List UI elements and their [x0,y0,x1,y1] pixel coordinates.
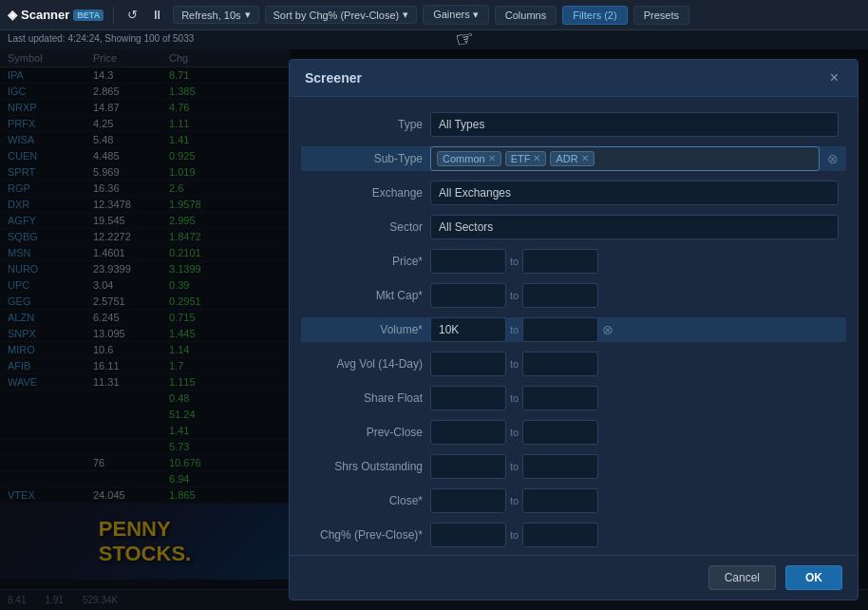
prevclose-to-input[interactable] [522,420,598,445]
close-to-sep: to [510,495,519,506]
chevron-down-icon2: ▾ [403,9,408,21]
sector-row: Sector [309,215,839,239]
chgpct-label: Chg% (Prev-Close)* [309,528,423,542]
beta-badge: BETA [73,10,104,21]
price-to-input[interactable] [522,249,598,274]
info-icon-btn[interactable]: ⏸ [147,6,167,24]
close-row: Close* to [309,488,839,513]
filters-button[interactable]: Filters (2) [562,6,627,25]
subtype-label: Sub-Type [309,152,423,165]
app-logo: ◈ Scanner BETA [8,8,104,22]
tag-common-label: Common [443,153,485,164]
refresh-label: Refresh, 10s [181,10,240,21]
exchange-row: Exchange [309,181,839,205]
type-row: Type [309,112,839,137]
mktcap-from-input[interactable] [430,283,506,308]
volume-to-sep: to [510,324,519,335]
app-title: Scanner [21,8,69,22]
sharefloat-label: Share Float [309,391,423,405]
prevclose-label: Prev-Close [309,426,423,439]
sector-input[interactable] [430,215,839,239]
type-input[interactable] [430,112,839,137]
avgvol-from-input[interactable] [430,352,506,376]
avgvol-range: to [430,352,598,376]
shrsoutstanding-to-sep: to [510,461,519,472]
close-from-input[interactable] [430,488,506,513]
chgpct-to-sep: to [510,529,519,541]
columns-button[interactable]: Columns [495,6,557,25]
prevclose-from-input[interactable] [430,420,506,445]
volume-row: Volume* to ⊗ [301,317,846,342]
close-range: to [430,488,598,513]
sharefloat-row: Share Float to [309,386,839,410]
chgpct-row: Chg% (Prev-Close)* to [309,523,839,547]
tag-common-close[interactable]: ✕ [488,154,496,163]
shrsoutstanding-label: Shrs Outstanding [309,460,423,473]
ok-button[interactable]: OK [785,565,842,590]
refresh-icon-btn[interactable]: ↺ [123,6,142,24]
sort-label: Sort by Chg% (Prev-Close) [274,10,400,21]
presets-button[interactable]: Presets [633,6,689,25]
topbar: ◈ Scanner BETA ↺ ⏸ Refresh, 10s ▾ Sort b… [0,0,868,30]
chgpct-range: to [430,523,598,547]
tag-adr[interactable]: ADR ✕ [550,151,594,166]
tag-etf-label: ETF [511,153,531,164]
sharefloat-from-input[interactable] [430,386,506,410]
type-label: Type [309,118,423,131]
chgpct-from-input[interactable] [430,523,506,547]
status-bar: Last updated: 4:24:24, Showing 100 of 50… [0,30,868,49]
subtype-tags-container[interactable]: Common ✕ ETF ✕ ADR ✕ [430,146,820,171]
sharefloat-to-input[interactable] [522,386,598,410]
volume-label: Volume* [309,323,423,336]
mktcap-range: to [430,283,598,308]
volume-clear-button[interactable]: ⊗ [602,322,613,337]
price-label: Price* [309,255,423,268]
cancel-button[interactable]: Cancel [708,565,776,590]
modal-title: Screener [305,70,362,86]
status-text: Last updated: 4:24:24, Showing 100 of 50… [8,33,194,44]
avgvol-to-sep: to [510,358,519,370]
gainers-button[interactable]: Gainers ▾ [423,5,489,25]
mktcap-row: Mkt Cap* to [309,283,839,308]
volume-from-input[interactable] [430,317,506,342]
screener-modal: Screener × Type Sub-Type Common ✕ ETF [289,59,859,600]
sharefloat-to-sep: to [510,392,519,404]
modal-footer: Cancel OK [290,555,858,600]
mktcap-label: Mkt Cap* [309,289,423,302]
scanner-icon: ◈ [8,8,17,22]
chgpct-to-input[interactable] [522,523,598,547]
prevclose-range: to [430,420,598,445]
tag-etf[interactable]: ETF ✕ [505,151,547,166]
sector-label: Sector [309,220,423,234]
prevclose-to-sep: to [510,427,519,438]
close-label: Close* [309,494,423,507]
exchange-input[interactable] [430,181,839,205]
shrsoutstanding-to-input[interactable] [522,454,598,479]
price-from-input[interactable] [430,249,506,274]
mktcap-to-input[interactable] [522,283,598,308]
mktcap-to-sep: to [510,290,519,301]
refresh-button[interactable]: Refresh, 10s ▾ [173,6,258,24]
tag-common[interactable]: Common ✕ [437,151,501,166]
price-range: to [430,249,598,274]
modal-body: Type Sub-Type Common ✕ ETF ✕ ADR [290,97,858,555]
avgvol-row: Avg Vol (14-Day) to [309,352,839,376]
shrsoutstanding-from-input[interactable] [430,454,506,479]
subtype-clear-button[interactable]: ⊗ [827,151,839,166]
exchange-label: Exchange [309,186,423,200]
sort-button[interactable]: Sort by Chg% (Prev-Close) ▾ [265,6,418,24]
close-to-input[interactable] [522,488,598,513]
chevron-down-icon: ▾ [245,9,251,21]
tag-adr-label: ADR [556,153,577,164]
volume-to-input[interactable] [522,317,598,342]
tag-etf-close[interactable]: ✕ [533,154,540,163]
shrsoutstanding-range: to [430,454,598,479]
prevclose-row: Prev-Close to [309,420,839,445]
shrsoutstanding-row: Shrs Outstanding to [309,454,839,479]
sharefloat-range: to [430,386,598,410]
price-to-sep: to [510,256,519,267]
tag-adr-close[interactable]: ✕ [581,154,589,163]
modal-close-button[interactable]: × [826,69,842,86]
avgvol-to-input[interactable] [522,352,598,376]
modal-overlay: Screener × Type Sub-Type Common ✕ ETF [0,49,868,610]
